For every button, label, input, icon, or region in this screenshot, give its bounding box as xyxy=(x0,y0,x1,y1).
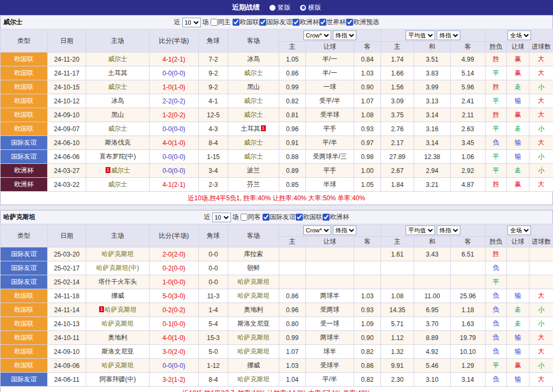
away-team-name[interactable]: 威尔士 xyxy=(244,69,263,77)
competition-badge[interactable]: 国际友谊 xyxy=(1,275,48,289)
away-team-name[interactable]: 冰岛 xyxy=(247,55,260,63)
scope-select[interactable]: 全场 xyxy=(507,31,531,40)
avg-source-select[interactable]: 平均值 xyxy=(406,225,435,235)
away-team-name[interactable]: 威尔士 xyxy=(244,139,263,146)
avg-stage-select[interactable]: 终指 xyxy=(437,225,460,235)
layout-option-vertical[interactable]: 竖版 xyxy=(270,3,290,12)
league-filter[interactable]: 国际友谊 xyxy=(259,18,293,27)
league-filter[interactable]: 世界杯 xyxy=(319,18,346,27)
competition-badge[interactable]: 欧国联 xyxy=(1,345,48,359)
same-venue-checkbox[interactable] xyxy=(241,214,248,221)
away-team-name[interactable]: 斯洛文尼亚 xyxy=(237,320,270,327)
competition-badge[interactable]: 国际友谊 xyxy=(1,150,48,164)
score-cell[interactable]: 0-2(0-2) xyxy=(150,303,199,317)
competition-badge[interactable]: 欧国联 xyxy=(1,359,48,373)
home-team-name[interactable]: 威尔士 xyxy=(108,180,128,188)
league-filter[interactable]: 欧国联 xyxy=(296,213,323,222)
home-team-name[interactable]: 塔什干火车头 xyxy=(99,278,137,285)
home-team-name[interactable]: 土耳其 xyxy=(108,69,128,77)
odds-stage-select[interactable]: 终指 xyxy=(333,225,356,235)
competition-badge[interactable]: 欧国联 xyxy=(1,289,48,303)
away-team-name[interactable]: 威尔士 xyxy=(244,111,263,118)
layout-option-horizontal[interactable]: 横版 xyxy=(300,3,321,12)
away-team-name[interactable]: 哈萨克斯坦 xyxy=(237,278,270,285)
score-cell[interactable]: 5-0(3-0) xyxy=(150,289,199,303)
competition-badge[interactable]: 欧洲杯 xyxy=(1,178,48,192)
same-venue-checkbox[interactable] xyxy=(211,19,218,26)
scope-select[interactable]: 全场 xyxy=(507,225,531,235)
score-cell[interactable]: 0-1(0-0) xyxy=(150,317,199,331)
odds-stage-select[interactable]: 终指 xyxy=(333,31,356,40)
away-team-name[interactable]: 波兰 xyxy=(247,167,260,174)
home-team-name[interactable]: 阿塞拜疆(中) xyxy=(100,375,136,383)
away-team-name[interactable]: 朝鲜 xyxy=(247,264,260,272)
avg-source-select[interactable]: 平均值 xyxy=(406,31,435,40)
same-venue-filter[interactable]: 同客 xyxy=(241,213,261,222)
away-team-name[interactable]: 威尔士 xyxy=(244,153,263,160)
score-cell[interactable]: 3-2(1-2) xyxy=(150,373,199,387)
league-filter-checkbox[interactable] xyxy=(296,214,303,221)
score-cell[interactable]: 3-0(2-0) xyxy=(150,345,199,359)
home-team-name[interactable]: 直布罗陀(中) xyxy=(100,153,136,160)
league-filter[interactable]: 欧洲杯 xyxy=(323,213,349,222)
league-filter[interactable]: 欧洲杯 xyxy=(293,18,319,27)
score-cell[interactable]: 4-0(1-0) xyxy=(150,331,199,345)
competition-badge[interactable]: 欧国联 xyxy=(1,122,48,136)
away-team-name[interactable]: 黑山 xyxy=(247,83,260,91)
competition-badge[interactable]: 欧国联 xyxy=(1,52,48,66)
competition-badge[interactable]: 欧国联 xyxy=(1,94,48,108)
league-filter-checkbox[interactable] xyxy=(233,19,240,26)
home-team-name[interactable]: 哈萨克斯坦 xyxy=(102,250,134,258)
home-team-name[interactable]: 威尔士 xyxy=(108,83,128,91)
score-cell[interactable]: 0-0(0-0) xyxy=(150,150,199,164)
league-filter[interactable]: 国际友谊 xyxy=(263,213,296,222)
score-cell[interactable]: 1-0(0-0) xyxy=(150,275,199,289)
competition-badge[interactable]: 国际友谊 xyxy=(1,261,48,275)
score-cell[interactable]: 0-0(0-0) xyxy=(150,66,199,80)
league-filter-checkbox[interactable] xyxy=(346,19,353,26)
home-team-name[interactable]: 斯洛文尼亚 xyxy=(102,348,134,355)
league-filter-checkbox[interactable] xyxy=(259,19,266,26)
score-cell[interactable]: 1-2(0-2) xyxy=(150,108,199,122)
competition-badge[interactable]: 欧洲杯 xyxy=(1,164,48,178)
competition-badge[interactable]: 欧国联 xyxy=(1,303,48,317)
league-filter[interactable]: 欧国联 xyxy=(233,18,259,27)
odds-source-select[interactable]: Crow* xyxy=(303,31,331,40)
score-cell[interactable]: 0-0(0-0) xyxy=(150,164,199,178)
home-team-name[interactable]: 哈萨克斯坦 xyxy=(104,306,137,313)
score-cell[interactable]: 0-0(0-0) xyxy=(150,122,199,136)
away-team-name[interactable]: 芬兰 xyxy=(247,180,260,188)
score-cell[interactable]: 0-2(0-0) xyxy=(150,261,199,275)
away-team-name[interactable]: 哈萨克斯坦 xyxy=(237,334,270,341)
league-filter-checkbox[interactable] xyxy=(319,19,326,26)
away-team-name[interactable]: 挪威 xyxy=(247,361,260,369)
competition-badge[interactable]: 欧国联 xyxy=(1,66,48,80)
home-team-name[interactable]: 挪威 xyxy=(111,292,124,299)
home-team-name[interactable]: 冰岛 xyxy=(111,97,124,104)
score-cell[interactable]: 2-0(2-0) xyxy=(150,247,199,261)
score-cell[interactable]: 2-2(0-2) xyxy=(150,94,199,108)
score-cell[interactable]: 4-1(2-1) xyxy=(150,52,199,66)
score-cell[interactable]: 0-0(0-0) xyxy=(150,359,199,373)
home-team-name[interactable]: 威尔士 xyxy=(108,55,128,63)
competition-badge[interactable]: 欧国联 xyxy=(1,80,48,94)
home-team-name[interactable]: 哈萨克斯坦(中) xyxy=(96,264,139,272)
home-team-name[interactable]: 哈萨克斯坦 xyxy=(102,320,134,327)
away-team-name[interactable]: 哈萨克斯坦 xyxy=(237,375,270,383)
away-team-name[interactable]: 威尔士 xyxy=(244,97,263,104)
home-team-name[interactable]: 威尔士 xyxy=(108,125,128,132)
league-filter-checkbox[interactable] xyxy=(323,214,330,221)
league-filter-checkbox[interactable] xyxy=(293,19,300,26)
odds-source-select[interactable]: Crow* xyxy=(303,225,331,235)
competition-badge[interactable]: 欧国联 xyxy=(1,331,48,345)
home-team-name[interactable]: 斯洛伐克 xyxy=(105,139,131,146)
competition-badge[interactable]: 欧国联 xyxy=(1,317,48,331)
avg-stage-select[interactable]: 终指 xyxy=(437,31,460,40)
score-cell[interactable]: 4-1(2-1) xyxy=(150,178,199,192)
recent-count-select[interactable]: 10 xyxy=(182,18,201,27)
competition-badge[interactable]: 国际友谊 xyxy=(1,136,48,150)
score-cell[interactable]: 4-0(1-0) xyxy=(150,136,199,150)
recent-count-select[interactable]: 10 xyxy=(212,213,231,222)
home-team-name[interactable]: 黑山 xyxy=(111,111,124,118)
home-team-name[interactable]: 威尔士 xyxy=(111,167,130,174)
